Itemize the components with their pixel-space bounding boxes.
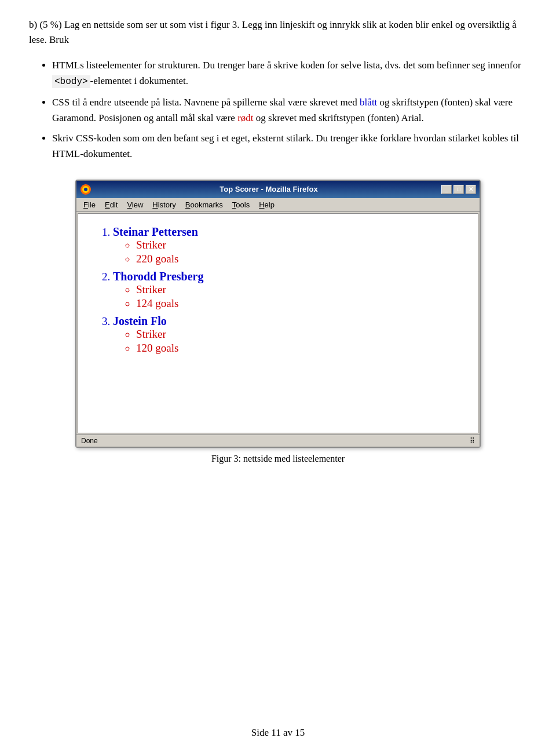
- browser-menubar: File Edit View History Bookmarks Tools H…: [76, 198, 480, 212]
- status-text: Done: [81, 437, 98, 445]
- scorer-list: Steinar Pettersen Striker 220 goals Thor…: [113, 225, 460, 355]
- menu-edit[interactable]: Edit: [100, 199, 122, 210]
- browser-statusbar: Done ⠿: [76, 434, 480, 447]
- player-2-position: Striker: [136, 283, 460, 296]
- browser-titlebar: Top Scorer - Mozilla Firefox _ □ ✕: [76, 181, 480, 198]
- player-2-details: Striker 124 goals: [136, 283, 460, 310]
- resize-handle: ⠿: [470, 437, 475, 445]
- intro-paragraph: b) (5 %) Lag en nettside som ser ut som …: [29, 17, 527, 47]
- requirement-1: HTMLs listeelementer for strukturen. Du …: [52, 57, 527, 90]
- player-3-item: Jostein Flo Striker 120 goals: [113, 315, 460, 355]
- close-button[interactable]: ✕: [466, 185, 476, 194]
- menu-tools[interactable]: Tools: [228, 199, 254, 210]
- req2-text: CSS til å endre utseende på lista. Navne…: [52, 97, 513, 123]
- player-1-details: Striker 220 goals: [136, 239, 460, 265]
- page-number: Side 11 av 15: [0, 727, 556, 739]
- player-1-item: Steinar Pettersen Striker 220 goals: [113, 225, 460, 265]
- player-3-name: Jostein Flo: [113, 315, 167, 327]
- menu-view[interactable]: View: [122, 199, 148, 210]
- main-content: b) (5 %) Lag en nettside som ser ut som …: [29, 17, 527, 464]
- menu-file[interactable]: File: [79, 199, 100, 210]
- menu-bookmarks[interactable]: Bookmarks: [181, 199, 228, 210]
- browser-title: Top Scorer - Mozilla Firefox: [96, 185, 441, 193]
- blue-text: blått: [360, 97, 377, 108]
- player-3-details: Striker 120 goals: [136, 328, 460, 355]
- menu-help[interactable]: Help: [254, 199, 279, 210]
- player-1-name: Steinar Pettersen: [113, 225, 198, 238]
- body-tag: <body>: [52, 75, 90, 88]
- requirements-list: HTMLs listeelementer for strukturen. Du …: [52, 57, 527, 162]
- window-controls[interactable]: _ □ ✕: [441, 185, 476, 194]
- maximize-button[interactable]: □: [453, 185, 464, 194]
- player-2-item: Thorodd Presberg Striker 124 goals: [113, 270, 460, 310]
- player-1-position: Striker: [136, 239, 460, 251]
- minimize-button[interactable]: _: [441, 185, 452, 194]
- figure-caption: Figur 3: nettside med listeelementer: [29, 454, 527, 464]
- player-2-goals: 124 goals: [136, 297, 460, 310]
- player-3-position: Striker: [136, 328, 460, 341]
- requirement-3: Skriv CSS-koden som om den befant seg i …: [52, 130, 527, 162]
- firefox-logo-icon: [80, 184, 92, 195]
- part-b-text: b) (5 %) Lag en nettside som ser ut som …: [29, 19, 517, 45]
- svg-point-2: [84, 188, 87, 191]
- req3-text: Skriv CSS-koden som om den befant seg i …: [52, 133, 519, 159]
- browser-content: Steinar Pettersen Striker 220 goals Thor…: [78, 213, 478, 433]
- menu-history[interactable]: History: [148, 199, 180, 210]
- player-1-goals: 220 goals: [136, 253, 460, 265]
- red-text: rødt: [237, 112, 253, 123]
- player-2-name: Thorodd Presberg: [113, 270, 204, 283]
- player-3-goals: 120 goals: [136, 342, 460, 355]
- requirement-2: CSS til å endre utseende på lista. Navne…: [52, 94, 527, 126]
- req1-text: HTMLs listeelementer for strukturen. Du …: [52, 60, 521, 86]
- browser-window: Top Scorer - Mozilla Firefox _ □ ✕ File …: [75, 180, 481, 448]
